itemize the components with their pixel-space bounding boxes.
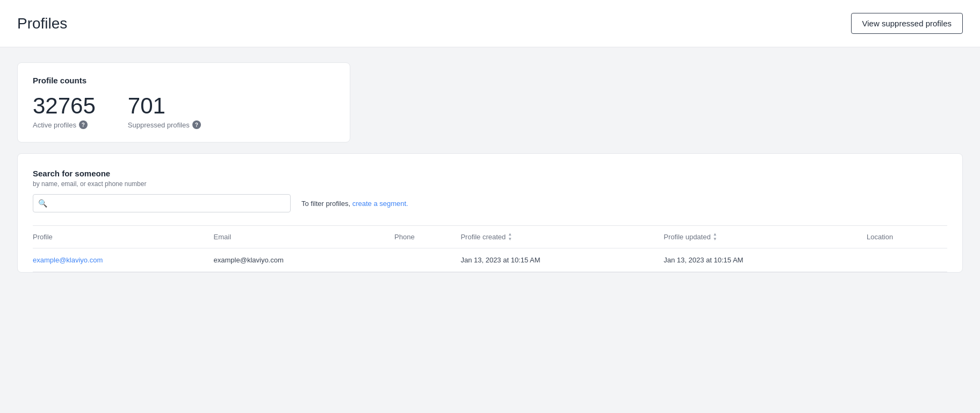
profiles-table: Profile Email Phone Profile created ▲ (33, 225, 947, 272)
suppressed-profiles-help-icon[interactable]: ? (192, 120, 201, 129)
cell-location (867, 248, 947, 272)
page-header: Profiles View suppressed profiles (0, 0, 980, 47)
filter-text: To filter profiles, create a segment. (301, 200, 408, 208)
search-input[interactable] (33, 194, 291, 212)
active-profiles-count: 32765 Active profiles ? (33, 94, 96, 129)
search-subtitle: by name, email, or exact phone number (33, 180, 947, 188)
col-location: Location (867, 226, 947, 248)
profile-link[interactable]: example@klaviyo.com (33, 256, 103, 264)
cell-profile: example@klaviyo.com (33, 248, 214, 272)
suppressed-profiles-label: Suppressed profiles ? (128, 120, 201, 129)
view-suppressed-button[interactable]: View suppressed profiles (851, 13, 963, 34)
main-content: Profile counts 32765 Active profiles ? 7… (0, 47, 980, 288)
table-header: Profile Email Phone Profile created ▲ (33, 226, 947, 248)
table-row: example@klaviyo.com example@klaviyo.com … (33, 248, 947, 272)
counts-row: 32765 Active profiles ? 701 Suppressed p… (33, 94, 335, 129)
cell-profile-created: Jan 13, 2023 at 10:15 AM (460, 248, 664, 272)
table-body: example@klaviyo.com example@klaviyo.com … (33, 248, 947, 272)
cell-email: example@klaviyo.com (214, 248, 395, 272)
search-section: Search for someone by name, email, or ex… (33, 169, 947, 212)
profile-counts-card: Profile counts 32765 Active profiles ? 7… (17, 62, 350, 143)
col-profile-updated[interactable]: Profile updated ▲ ▼ (664, 226, 867, 248)
page-title: Profiles (17, 15, 67, 32)
search-table-card: Search for someone by name, email, or ex… (17, 153, 963, 273)
sort-profile-updated-icon[interactable]: ▲ ▼ (713, 232, 717, 241)
active-profiles-value: 32765 (33, 94, 96, 118)
search-row: 🔍 To filter profiles, create a segment. (33, 194, 947, 212)
search-title: Search for someone (33, 169, 947, 178)
sort-profile-created-icon[interactable]: ▲ ▼ (508, 232, 512, 241)
col-phone: Phone (394, 226, 460, 248)
col-profile-created[interactable]: Profile created ▲ ▼ (460, 226, 664, 248)
suppressed-profiles-count: 701 Suppressed profiles ? (128, 94, 201, 129)
search-input-wrapper: 🔍 (33, 194, 291, 212)
counts-card-title: Profile counts (33, 76, 335, 85)
col-profile: Profile (33, 226, 214, 248)
active-profiles-help-icon[interactable]: ? (79, 120, 88, 129)
suppressed-profiles-value: 701 (128, 94, 201, 118)
cell-phone (394, 248, 460, 272)
col-email: Email (214, 226, 395, 248)
active-profiles-label: Active profiles ? (33, 120, 96, 129)
create-segment-link[interactable]: create a segment. (352, 200, 408, 208)
cell-profile-updated: Jan 13, 2023 at 10:15 AM (664, 248, 867, 272)
